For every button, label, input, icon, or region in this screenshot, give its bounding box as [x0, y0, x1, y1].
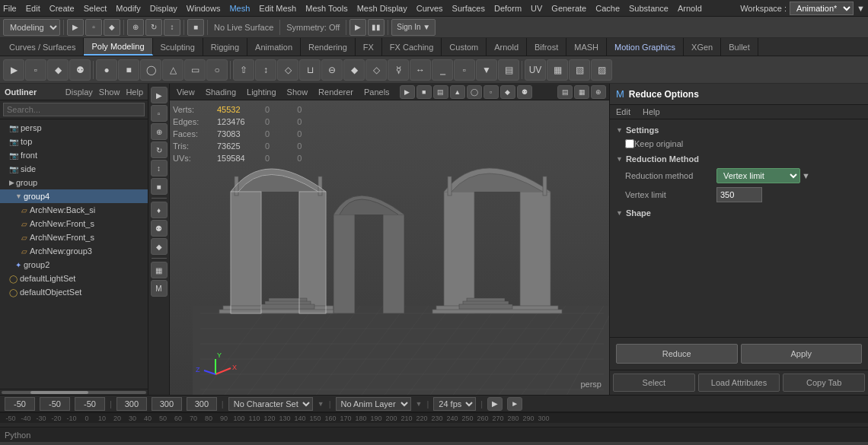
- status-field-rx[interactable]: [116, 397, 147, 411]
- tree-item-default-light-set[interactable]: ◯ defaultLightSet: [0, 272, 148, 285]
- vp-right-icon3[interactable]: ⊕: [591, 85, 606, 99]
- outliner-menu-display[interactable]: Display: [65, 87, 93, 97]
- vp-right-icon1[interactable]: ▤: [557, 85, 573, 99]
- timeline[interactable]: -50 -40 -30 -20 -10 0 10 20 30 40 50 60 …: [0, 412, 868, 427]
- cube-btn[interactable]: ■: [118, 59, 139, 81]
- tab-arnold[interactable]: Arnold: [487, 38, 527, 56]
- tree-item-persp[interactable]: 📷 persp: [0, 121, 148, 135]
- bevel-btn[interactable]: ◇: [277, 59, 298, 81]
- vp-icon4[interactable]: ▲: [450, 85, 465, 99]
- vtool-select[interactable]: ▶: [151, 87, 168, 103]
- tab-poly-modeling[interactable]: Poly Modeling: [84, 38, 152, 56]
- cylinder-btn[interactable]: ◯: [140, 59, 161, 81]
- rotate-btn[interactable]: ↻: [145, 19, 162, 36]
- menu-windows[interactable]: Windows: [187, 4, 221, 13]
- playback-start-btn[interactable]: ▶: [487, 397, 503, 411]
- uv-btn[interactable]: UV: [525, 59, 546, 81]
- tree-item-group[interactable]: ▶ group: [0, 176, 148, 189]
- tab-fx[interactable]: FX: [356, 38, 382, 56]
- menu-deform[interactable]: Deform: [494, 4, 522, 13]
- tab-mash[interactable]: MASH: [566, 38, 607, 56]
- select-footer-btn[interactable]: Select: [613, 373, 695, 392]
- connect-btn[interactable]: ⎯: [432, 59, 453, 81]
- menu-display[interactable]: Display: [150, 4, 177, 13]
- reduction-method-dropdown[interactable]: Vertex limit: [716, 168, 800, 183]
- layout-btn[interactable]: ▦: [547, 59, 568, 81]
- tab-xgen[interactable]: XGen: [684, 38, 721, 56]
- menu-file[interactable]: File: [3, 4, 17, 13]
- status-field-z[interactable]: [75, 397, 105, 411]
- char-set-dropdown[interactable]: No Character Set: [228, 397, 313, 411]
- vp-icon8[interactable]: ⚉: [517, 85, 532, 99]
- vtool-m1[interactable]: M: [151, 280, 168, 297]
- menu-edit[interactable]: Edit: [26, 4, 40, 13]
- vp-renderer[interactable]: Renderer: [314, 86, 357, 98]
- layout2-btn[interactable]: ▧: [569, 59, 590, 81]
- workspace-dropdown[interactable]: Animation*: [790, 2, 854, 15]
- vp-icon5[interactable]: ◯: [467, 85, 482, 99]
- plane-btn[interactable]: ▭: [184, 59, 206, 81]
- tree-item-group2[interactable]: ✦ group2: [0, 258, 148, 272]
- reduce-menu-edit[interactable]: Edit: [613, 106, 633, 117]
- tab-fx-caching[interactable]: FX Caching: [382, 38, 442, 56]
- tab-sculpting[interactable]: Sculpting: [153, 38, 203, 56]
- separate-btn[interactable]: ◇: [365, 59, 387, 81]
- menu-mesh-display[interactable]: Mesh Display: [357, 4, 407, 13]
- menu-generate[interactable]: Generate: [551, 4, 586, 13]
- search-input[interactable]: [3, 103, 145, 116]
- vtool-snap[interactable]: ♦: [151, 202, 168, 218]
- status-field-ry[interactable]: [152, 397, 182, 411]
- menu-arnold[interactable]: Arnold: [678, 4, 702, 13]
- menu-create[interactable]: Create: [49, 4, 75, 13]
- menu-mesh-tools[interactable]: Mesh Tools: [305, 4, 347, 13]
- select-icon-btn[interactable]: ▶: [3, 59, 24, 81]
- load-attributes-btn[interactable]: Load Attributes: [698, 373, 780, 392]
- vtool-grid[interactable]: ▦: [151, 262, 168, 278]
- mirror-btn[interactable]: ↔: [410, 59, 431, 81]
- vp-icon3[interactable]: ▤: [433, 85, 448, 99]
- vtool-paint[interactable]: ◆: [151, 238, 168, 255]
- combine-btn[interactable]: ◆: [343, 59, 365, 81]
- fill-hole-btn[interactable]: ▫: [454, 59, 475, 81]
- vtool-rotate[interactable]: ↻: [151, 141, 168, 158]
- bool-diff-btn[interactable]: ⊖: [321, 59, 343, 81]
- cone-btn[interactable]: △: [162, 59, 183, 81]
- tree-item-group4[interactable]: ▼ group4: [0, 189, 148, 203]
- tree-item-arch-group3[interactable]: ▱ ArchNew:group3: [0, 244, 148, 258]
- move-btn[interactable]: ⊕: [127, 19, 144, 36]
- torus-btn[interactable]: ○: [206, 59, 228, 81]
- shape-section-row[interactable]: ▼ Shape: [616, 208, 862, 218]
- tab-animation[interactable]: Animation: [247, 38, 301, 56]
- tree-item-arch-back[interactable]: ▱ ArchNew:Back_si: [0, 203, 148, 217]
- tree-item-arch-front2[interactable]: ▱ ArchNew:Front_s: [0, 230, 148, 244]
- menu-edit-mesh[interactable]: Edit Mesh: [259, 4, 296, 13]
- outliner-menu-help[interactable]: Help: [126, 87, 143, 97]
- tab-rigging[interactable]: Rigging: [203, 38, 247, 56]
- sign-in-btn[interactable]: Sign In ▼: [391, 19, 436, 36]
- menu-cache[interactable]: Cache: [595, 4, 620, 13]
- bool-union-btn[interactable]: ⊔: [299, 59, 321, 81]
- smooth-btn[interactable]: ☿: [388, 59, 409, 81]
- sphere-btn[interactable]: ●: [96, 59, 117, 81]
- menu-surfaces[interactable]: Surfaces: [452, 4, 485, 13]
- tree-item-side[interactable]: 📷 side: [0, 162, 148, 176]
- lasso-icon-btn[interactable]: ▫: [25, 59, 46, 81]
- vtool-lasso[interactable]: ▫: [151, 105, 168, 122]
- settings-section-row[interactable]: ▼ Settings: [616, 126, 862, 135]
- render-btn[interactable]: ▶: [349, 19, 366, 36]
- outliner-menu-show[interactable]: Show: [99, 87, 120, 97]
- reduction-method-section-row[interactable]: ▼ Reduction Method: [616, 154, 862, 164]
- menu-substance[interactable]: Substance: [629, 4, 669, 13]
- status-field-y[interactable]: [40, 397, 70, 411]
- modeling-dropdown[interactable]: Modeling: [3, 19, 60, 36]
- bridge-btn[interactable]: ↕: [255, 59, 276, 81]
- extrude-btn[interactable]: ⇧: [233, 59, 254, 81]
- menu-modify[interactable]: Modify: [116, 4, 140, 13]
- vp-icon7[interactable]: ◆: [500, 85, 515, 99]
- menu-uv[interactable]: UV: [531, 4, 542, 13]
- apply-button[interactable]: Apply: [741, 344, 863, 364]
- lasso-btn[interactable]: ▫: [85, 19, 102, 36]
- outliner-scrollbar[interactable]: [0, 389, 148, 395]
- vp-view[interactable]: View: [173, 86, 199, 98]
- vp-show[interactable]: Show: [283, 86, 312, 98]
